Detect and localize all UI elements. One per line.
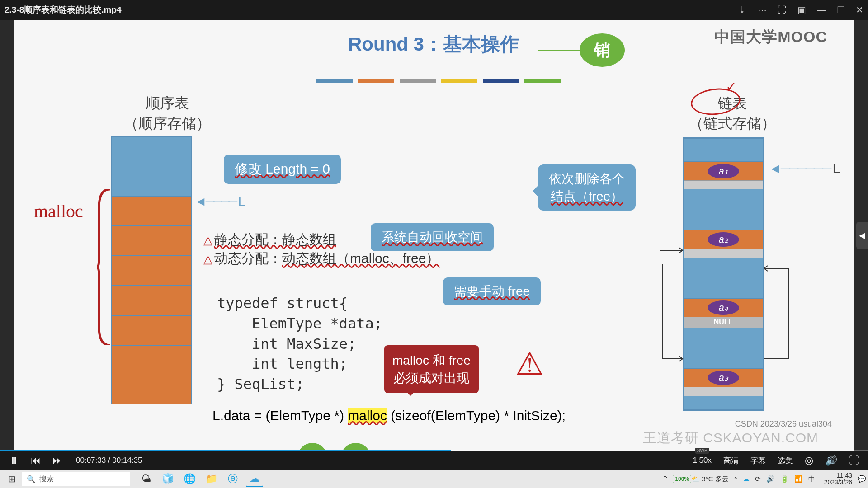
window-controls: ⭳ ⋯ ⛶ ▣ ― ☐ ✕	[738, 5, 863, 15]
modify-length-text: 修改 Length = 0	[235, 161, 330, 176]
seq-list-title-l1: 顺序表	[108, 93, 226, 113]
warning-triangle-icon: △	[203, 233, 212, 247]
static-alloc-line: △静态分配：静态数组	[203, 230, 336, 249]
subtitle-toggle[interactable]: 字幕	[750, 455, 766, 466]
brand-watermark: 王道考研 CSKAOYAN.COM	[643, 429, 818, 447]
start-button[interactable]: ⊞	[2, 471, 22, 487]
red-tick-annotation: ✓	[726, 79, 737, 94]
auto-recycle-callout: 系统自动回收空间	[371, 223, 494, 251]
auto-recycle-text: 系统自动回收空间	[382, 230, 483, 244]
ldata-assignment-line: L.data = (ElemType *) malloc (sizeof(Ele…	[212, 408, 566, 423]
malloc-free-pair-callout: malloc 和 free 必须成对出现	[384, 345, 479, 393]
explorer-icon[interactable]: 📁	[203, 471, 220, 487]
time-display: 00:07:33 / 00:14:35	[76, 456, 142, 465]
ime-indicator[interactable]: 中	[808, 475, 815, 483]
search-icon: 🔍	[27, 475, 36, 483]
sequential-list-diagram	[111, 136, 192, 404]
ll-connector-2	[764, 264, 796, 368]
warning-triangle-icon: △	[203, 252, 212, 266]
swp-badge: SWP	[695, 448, 709, 454]
seq-list-title: 顺序表 （顺序存储）	[108, 93, 226, 134]
modify-length-callout: 修改 Length = 0	[224, 155, 341, 184]
onedrive-icon[interactable]: ☁	[743, 475, 750, 483]
store-icon[interactable]: 🧊	[159, 471, 176, 487]
taskbar-search[interactable]: 🔍 搜索	[22, 472, 130, 486]
time-current: 00:07:33	[76, 456, 106, 465]
ll-node-a1: a₁	[708, 164, 739, 178]
prev-button[interactable]: ⏮	[31, 455, 41, 466]
linked-list-diagram: a₁ a₂ a₄ NULL a₃	[683, 137, 764, 411]
struct-code-block: typedef struct{ ElemType *data; int MaxS…	[217, 293, 382, 394]
round-badge: 销	[580, 33, 625, 67]
clock-date: 2023/3/26	[824, 479, 852, 486]
ll-l-pointer: L	[769, 161, 840, 176]
red-note-l1: malloc 和 free	[392, 352, 471, 369]
maximize-icon[interactable]: ☐	[837, 5, 845, 15]
download-icon[interactable]: ⭳	[738, 5, 747, 15]
next-button[interactable]: ⏭	[52, 455, 62, 466]
screenshot-icon[interactable]: ⛶	[778, 5, 787, 15]
manual-free-callout: 需要手动 free	[443, 277, 541, 305]
system-tray: ⛅ 3°C 多云 ^ ☁ ⟳ 🔊 🔋 📶 中 11:43 2023/3/26 💬	[691, 472, 866, 486]
battery-indicator[interactable]: 100%	[673, 475, 691, 483]
csdn-watermark: CSDN 2023/3/26 usual304	[735, 419, 832, 429]
close-icon[interactable]: ✕	[856, 5, 863, 15]
window-titlebar: 2.3-8顺序表和链表的比较.mp4 ⭳ ⋯ ⛶ ▣ ― ☐ ✕	[0, 0, 868, 20]
malloc-brace	[97, 189, 111, 345]
malloc-highlight: malloc	[348, 408, 387, 423]
manual-free-text: 需要手动 free	[454, 284, 530, 298]
edge-icon[interactable]: 🌐	[181, 471, 198, 487]
taskbar-clock[interactable]: 11:43 2023/3/26	[824, 472, 852, 486]
delete-l1: 依次删除各个	[549, 170, 625, 188]
time-total: 00:14:35	[112, 456, 142, 465]
compact-icon[interactable]: ▣	[797, 5, 806, 15]
seq-l-pointer: L	[194, 194, 245, 209]
slide-content: 中国大学MOOC Round 3：基本操作 销 顺序表 （顺序存储） 链表 （链…	[14, 20, 854, 451]
delete-l2: 结点（free）	[551, 189, 623, 203]
delete-nodes-callout: 依次删除各个 结点（free）	[538, 164, 636, 211]
volume-icon[interactable]: 🔊	[825, 455, 837, 466]
video-area: ◀ 中国大学MOOC Round 3：基本操作 销 顺序表 （顺序存储） 链表 …	[0, 20, 868, 451]
cloud-app-icon[interactable]: ☁	[246, 471, 263, 487]
notifications-icon[interactable]: 💬	[858, 475, 866, 483]
color-legend	[316, 79, 561, 83]
browser-icon[interactable]: ⓔ	[224, 471, 241, 487]
video-controls: ⏸ ⏮ ⏭ 00:07:33 / 00:14:35 SWP 1.50x 高清 字…	[0, 451, 868, 470]
weather-widget-icon[interactable]: 🌤	[137, 471, 155, 487]
volume-tray-icon[interactable]: 🔊	[766, 475, 775, 483]
seq-list-title-l2: （顺序存储）	[108, 113, 226, 134]
clock-time: 11:43	[824, 472, 852, 479]
left-rail	[0, 20, 14, 451]
weather-tray[interactable]: ⛅ 3°C 多云	[691, 475, 729, 483]
round-title: Round 3：基本操作	[348, 32, 519, 57]
search-placeholder: 搜索	[39, 474, 54, 484]
loop-icon[interactable]: ◎	[805, 455, 813, 466]
sync-icon[interactable]: ⟳	[755, 475, 761, 483]
right-panel-handle[interactable]: ◀	[856, 222, 868, 249]
ll-node-a3: a₃	[708, 371, 739, 385]
fullscreen-icon[interactable]: ⛶	[849, 455, 859, 466]
window-title: 2.3-8顺序表和链表的比较.mp4	[5, 4, 738, 16]
more-icon[interactable]: ⋯	[758, 5, 767, 15]
tray-chevron-icon[interactable]: ^	[734, 475, 737, 483]
ll-node-a4: a₄	[708, 300, 739, 315]
warning-big-icon: ⚠	[515, 345, 544, 382]
ll-node-a2: a₂	[708, 232, 739, 247]
quality-selector[interactable]: 高清	[723, 455, 739, 466]
red-note-l2: 必须成对出现	[392, 369, 471, 387]
linked-list-title-l2: （链式存储）	[669, 113, 796, 134]
wifi-icon[interactable]: 📶	[794, 475, 803, 483]
battery-tray-icon[interactable]: 🔋	[780, 475, 789, 483]
dynamic-alloc-line: △动态分配：动态数组（malloc、free）	[203, 249, 439, 268]
play-pause-button[interactable]: ⏸	[9, 455, 19, 466]
bubble-connector	[538, 50, 581, 51]
episodes-button[interactable]: 选集	[778, 455, 793, 466]
windows-taskbar: ⊞ 🔍 搜索 🌤 🧊 🌐 📁 ⓔ ☁ 🖱 100% ⛅ 3°C 多云 ^ ☁ ⟳…	[0, 470, 868, 488]
power-mode-icon[interactable]: 🖱	[663, 475, 670, 483]
malloc-handwritten: malloc	[34, 201, 83, 222]
playback-speed[interactable]: SWP 1.50x	[693, 456, 712, 465]
ll-null: NULL	[684, 317, 763, 328]
mooc-logo: 中国大学MOOC	[714, 27, 827, 47]
minimize-icon[interactable]: ―	[817, 5, 826, 15]
taskbar-pinned-apps: 🌤 🧊 🌐 📁 ⓔ ☁	[137, 471, 263, 487]
